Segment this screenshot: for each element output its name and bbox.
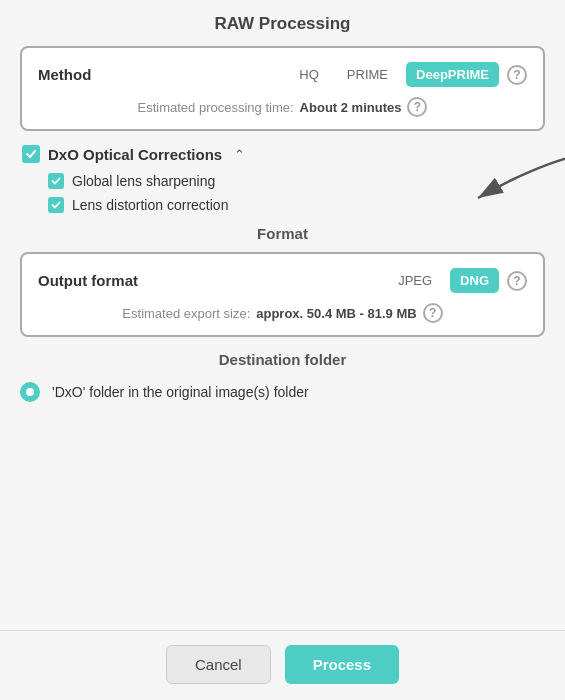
cancel-button[interactable]: Cancel: [166, 645, 271, 684]
lens-distortion-correction-checkbox[interactable]: [48, 197, 64, 213]
global-lens-sharpening-checkbox[interactable]: [48, 173, 64, 189]
destination-radio[interactable]: [20, 382, 40, 402]
optical-corrections-label: DxO Optical Corrections: [48, 146, 222, 163]
destination-option-row[interactable]: 'DxO' folder in the original image(s) fo…: [20, 382, 545, 402]
format-options: JPEG DNG ?: [388, 268, 527, 293]
destination-section: Destination folder 'DxO' folder in the o…: [0, 351, 565, 402]
export-size-help-icon[interactable]: ?: [423, 303, 443, 323]
destination-option-label: 'DxO' folder in the original image(s) fo…: [52, 384, 309, 400]
format-btn-jpeg[interactable]: JPEG: [388, 268, 442, 293]
destination-header: Destination folder: [20, 351, 545, 368]
export-size-value: approx. 50.4 MB - 81.9 MB: [256, 306, 416, 321]
chevron-up-icon[interactable]: ⌃: [234, 147, 245, 162]
method-btn-prime[interactable]: PRIME: [337, 62, 398, 87]
global-lens-sharpening-item[interactable]: Global lens sharpening: [48, 173, 543, 189]
global-lens-sharpening-label: Global lens sharpening: [72, 173, 215, 189]
format-btn-dng[interactable]: DNG: [450, 268, 499, 293]
optical-corrections-block: DxO Optical Corrections ⌃ Globa: [20, 145, 545, 213]
format-section-header: Format: [20, 223, 545, 242]
optical-corrections-checkbox[interactable]: [22, 145, 40, 163]
export-size-label: Estimated export size:: [122, 306, 250, 321]
dialog-title: RAW Processing: [0, 0, 565, 46]
radio-inner: [26, 388, 34, 396]
processing-time-help-icon[interactable]: ?: [407, 97, 427, 117]
sub-options-list: Global lens sharpening Lens distortion c…: [22, 173, 543, 213]
optical-corrections-header[interactable]: DxO Optical Corrections ⌃: [22, 145, 543, 163]
lens-distortion-correction-label: Lens distortion correction: [72, 197, 228, 213]
processing-time-label: Estimated processing time:: [138, 100, 294, 115]
output-format-label: Output format: [38, 272, 138, 289]
processing-time-value: About 2 minutes: [300, 100, 402, 115]
lens-distortion-correction-item[interactable]: Lens distortion correction: [48, 197, 543, 213]
method-help-icon[interactable]: ?: [507, 65, 527, 85]
method-btn-deepprime[interactable]: DeepPRIME: [406, 62, 499, 87]
format-section: Format Output format JPEG DNG ? Estimate…: [20, 223, 545, 337]
method-options: HQ PRIME DeepPRIME ?: [289, 62, 527, 87]
dialog-footer: Cancel Process: [0, 630, 565, 700]
format-help-icon[interactable]: ?: [507, 271, 527, 291]
process-button[interactable]: Process: [285, 645, 399, 684]
format-card: Output format JPEG DNG ? Estimated expor…: [20, 252, 545, 337]
method-btn-hq[interactable]: HQ: [289, 62, 329, 87]
method-label: Method: [38, 66, 91, 83]
method-card: Method HQ PRIME DeepPRIME ? Estimated pr…: [20, 46, 545, 131]
